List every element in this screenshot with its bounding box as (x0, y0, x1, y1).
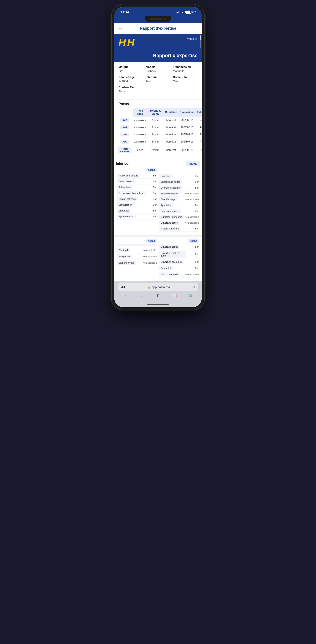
camera (164, 18, 166, 20)
tire-profondeur-cell: 3mmm (147, 124, 164, 131)
tire-fabricant-cell: Pirelli (196, 138, 202, 145)
interior-item-label: Système audio (117, 214, 136, 218)
tires-table-container: Type jante Profondeur bande Condition Di… (114, 108, 202, 158)
table-row: ArG aluminium 3mmm bon état 205/80R16 Pi… (117, 138, 202, 145)
tire-type-cell: acier (133, 145, 147, 155)
interior-item-value: Bon (149, 204, 157, 206)
share-button[interactable]: ⬆ (153, 293, 163, 298)
tires-table: Type jante Profondeur bande Condition Di… (117, 108, 202, 155)
interior-left-col: Statut Présence d'odeurs Bon Tapis prése… (117, 168, 157, 232)
table-row: AvD aluminium 3mmm bon état 205/80R16 Pi… (117, 117, 202, 124)
list-item: Ouverture boîte à gants Bon (159, 250, 199, 259)
tire-label-cell: AvG (117, 124, 133, 131)
back-button[interactable]: ← (119, 26, 123, 31)
vehicle-info: Marque Fiat Modèle Fullback Transmission… (114, 62, 202, 100)
modele-value: Fullback (146, 70, 156, 73)
bookmarks-button[interactable]: 📖 (169, 293, 179, 298)
home-bar (147, 304, 169, 305)
list-item: Caméra arrière Non-applicable (117, 260, 157, 266)
phone-screen: 11:14 ▲ 97 (114, 7, 202, 307)
tire-type-cell: aluminium (133, 131, 147, 138)
list-item: Tapis présents Bon (117, 178, 157, 184)
list-item: Essuie-glace/lave-glace Bon (117, 190, 157, 196)
list-item: Bouton détresse Bon (117, 196, 157, 202)
tire-dimensions-cell: 205/80R16 (178, 131, 196, 138)
interior-right-rows: Fenêtres Bon Verrouillage portes Bon Cei… (159, 173, 199, 232)
tabs-button[interactable]: ⧉ (185, 293, 196, 298)
list-item: Climatisation Bon (117, 202, 157, 208)
status-time: 11:14 (120, 10, 129, 14)
list-item: Ouverture coffre Non-applicable (159, 220, 199, 226)
list-item: Ceintures sécurité Bon (159, 185, 199, 191)
page-break (114, 235, 202, 237)
interior-item-value: Bon (184, 204, 199, 206)
list-item: Ouverture accoudoir Bon (159, 259, 199, 265)
safari-aa-button[interactable]: AA (121, 286, 125, 289)
tire-profondeur-cell: 3mmm (147, 131, 164, 138)
tire-condition-cell: bon état (164, 145, 178, 155)
interior-item-label: Fenêtres (159, 174, 171, 178)
pneus-title: Pneus (114, 100, 202, 108)
list-item: Bluetooth Non-applicable (117, 247, 157, 254)
interior-item-value: Bon (184, 180, 199, 183)
marque-value: Fiat (119, 70, 123, 73)
statut-badge-right: Statut (186, 161, 200, 166)
tire-type-cell: aluminium (133, 117, 147, 124)
couleur-int-label: Couleur Int. (173, 76, 197, 79)
interior-left-rows: Présence d'odeurs Bon Tapis présents Bon… (117, 173, 157, 220)
table-row: Pneu secours acier 3mmm bon état 205/80R… (117, 145, 202, 155)
interior-item-value: Bon (149, 192, 157, 194)
notch-area (114, 16, 202, 23)
s2-item-value: Bon (186, 253, 199, 256)
interior-item-label: Chauffe-siège (159, 198, 177, 201)
tire-condition-cell: bon état (164, 117, 178, 124)
marque-field: Marque Fiat (119, 65, 143, 73)
list-item: Dégivrage arrière Bon (159, 208, 199, 214)
list-item: Siège électrique Non-applicable (159, 191, 199, 196)
interior-item-label: Trappe carburant (159, 227, 180, 230)
notch (145, 16, 171, 22)
interior-item-label: Verrouillage portes (159, 180, 182, 184)
list-item: Ouverture capot Bon (159, 244, 199, 250)
section2-container: Statut Bluetooth Non-applicable Navigati… (114, 237, 202, 281)
couleur-ext-field: Couleur Ext. Blanc (119, 86, 143, 93)
reload-button[interactable]: ↻ (192, 285, 195, 289)
interieur-field: Intérieur Tissu (146, 76, 170, 83)
safari-url-display: 🔒 app.hasta.ma (148, 286, 170, 289)
interieur-value: Tissu (146, 80, 153, 83)
list-item: Fenêtres Bon (159, 173, 199, 179)
couleur-ext-label: Couleur Ext. (119, 86, 143, 89)
s2-item-value: Bon (186, 246, 199, 248)
interior-item-label: Dégivrage arrière (159, 209, 181, 213)
tire-col-type: Type jante (133, 108, 147, 117)
statut-badge-s2-left: Statut (146, 238, 157, 243)
s2-item-label: Mirroir courtoisie (159, 272, 180, 276)
couleur-ext-value: Blanc (119, 90, 126, 93)
tire-dimensions-cell: 205/80R16 (178, 124, 196, 131)
status-bar: 11:14 ▲ 97 (114, 7, 202, 16)
interior-title: Intérieur (116, 162, 130, 166)
s2-item-value: Non-applicable (143, 249, 157, 252)
interior-item-label: Appui-tête (159, 203, 173, 207)
tire-col-empty (117, 108, 133, 117)
interior-item-label: Siège électrique (159, 192, 179, 196)
logo: H H (119, 37, 134, 48)
tire-fabricant-cell: Pirelli (196, 124, 202, 131)
tire-type-cell: aluminium (133, 138, 147, 145)
list-item: Présence d'odeurs Bon (117, 173, 157, 178)
interior-item-value: Bon (184, 186, 199, 189)
interior-item-value: Non-applicable (184, 216, 199, 218)
section2-left-col: Statut Bluetooth Non-applicable Navigati… (117, 237, 157, 278)
s2-item-value: Non-applicable (143, 256, 157, 258)
back-nav-button[interactable]: ‹ (120, 293, 131, 298)
interior-item-value: Bon (149, 180, 157, 183)
interior-item-value: Bon (149, 209, 157, 212)
forward-nav-button[interactable]: › (137, 293, 147, 298)
statut-badge-left: Statut (146, 168, 157, 172)
speaker (150, 18, 162, 20)
lock-icon: 🔒 (148, 286, 151, 289)
interior-item-value: Bon (184, 210, 199, 212)
safari-url-bar[interactable]: AA 🔒 app.hasta.ma ↻ (118, 283, 198, 291)
s2-item-label: Ouverture accoudoir (159, 260, 184, 264)
scroll-indicator[interactable] (200, 36, 201, 48)
